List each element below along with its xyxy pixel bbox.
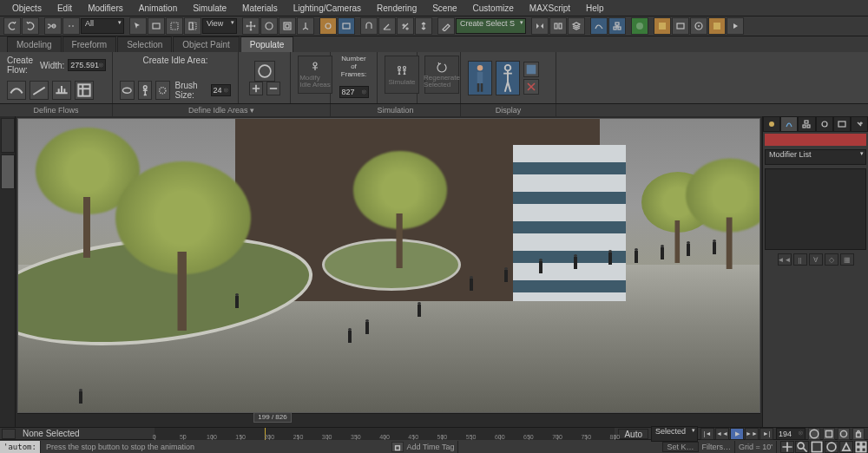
menu-modifiers[interactable]: Modifiers — [81, 2, 130, 15]
display-stick-icon[interactable] — [496, 61, 520, 95]
regenerate-button[interactable]: Regenerate Selected — [424, 56, 459, 94]
tab-freeform[interactable]: Freeform — [62, 36, 117, 52]
maxscript-listener[interactable]: 'autom: — [0, 441, 41, 453]
undo-icon[interactable] — [3, 17, 21, 35]
render-production-icon[interactable] — [690, 17, 707, 35]
zoom-extents-icon[interactable] — [810, 441, 824, 453]
lock-ui-icon[interactable] — [391, 442, 404, 452]
menu-animation[interactable]: Animation — [132, 2, 184, 15]
material-editor-icon[interactable] — [631, 17, 648, 35]
play-icon[interactable]: ▶ — [730, 428, 744, 440]
keyboard-shortcut-icon[interactable] — [338, 17, 355, 35]
curve-editor-icon[interactable] — [590, 17, 608, 35]
track-ruler[interactable]: 0501001502002503003504004505005506006507… — [155, 428, 615, 440]
goto-end-icon[interactable]: ►| — [760, 428, 773, 440]
select-region-icon[interactable] — [166, 17, 183, 35]
remove-idle-icon[interactable] — [266, 82, 280, 95]
modify-idle-button[interactable]: Modify Idle Areas — [298, 56, 332, 94]
time-config-icon[interactable] — [808, 428, 820, 440]
maximize-viewport-icon[interactable] — [854, 441, 868, 453]
mini-curve-editor-icon[interactable] — [2, 429, 16, 439]
idle-brush-icon[interactable] — [155, 81, 170, 100]
current-frame-spinner[interactable]: 194 — [776, 428, 806, 440]
window-crossing-icon[interactable] — [184, 17, 201, 35]
named-selection-dropdown[interactable]: Create Select S — [456, 18, 526, 34]
render-iterative-icon[interactable] — [708, 17, 726, 35]
flow-tool-icon[interactable] — [7, 81, 26, 100]
spinner-snap-icon[interactable] — [415, 17, 432, 35]
flow-surface-icon[interactable] — [52, 81, 71, 100]
key-filters-link[interactable]: Filters… — [699, 441, 736, 453]
edit-named-sel-icon[interactable] — [437, 17, 455, 35]
tab-object-paint[interactable]: Object Paint — [173, 36, 239, 52]
frame-indicator[interactable]: 199 / 826 — [253, 412, 292, 423]
grid-setting[interactable]: Grid = 10' — [735, 441, 777, 453]
tab-modeling[interactable]: Modeling — [7, 36, 62, 52]
unlink-icon[interactable] — [62, 17, 80, 35]
tab-selection[interactable]: Selection — [117, 36, 172, 52]
link-icon[interactable] — [44, 17, 62, 35]
snap-toggle-icon[interactable] — [360, 17, 378, 35]
utilities-tab-icon[interactable] — [851, 116, 868, 132]
menu-help[interactable]: Help — [579, 2, 611, 15]
select-name-icon[interactable] — [148, 17, 165, 35]
angle-snap-icon[interactable] — [378, 17, 396, 35]
menu-edit[interactable]: Edit — [50, 2, 79, 15]
select-icon[interactable] — [129, 17, 147, 35]
prev-frame-icon[interactable]: ◄◄ — [715, 428, 729, 440]
menu-materials[interactable]: Materials — [235, 2, 285, 15]
render-frame-icon[interactable] — [672, 17, 689, 35]
add-idle-icon[interactable] — [249, 82, 263, 95]
pin-stack-icon[interactable]: ◄◄ — [778, 253, 792, 266]
num-frames-spinner[interactable]: 827 — [339, 86, 369, 98]
display-tab-icon[interactable] — [833, 116, 851, 132]
idle-person-icon[interactable] — [138, 81, 153, 100]
selection-lock-icon[interactable] — [852, 428, 865, 440]
selection-filter-dropdown[interactable]: All — [81, 18, 124, 34]
configure-sets-icon[interactable]: ▦ — [840, 253, 854, 266]
layers-icon[interactable] — [568, 17, 585, 35]
time-slider[interactable]: 199 / 826 — [17, 413, 760, 425]
modify-tab-icon[interactable] — [780, 116, 798, 132]
hierarchy-tab-icon[interactable] — [798, 116, 815, 132]
fov-icon[interactable] — [839, 441, 853, 453]
simulate-button[interactable]: Simulate — [385, 56, 419, 94]
placement-icon[interactable] — [297, 17, 314, 35]
display-textured-icon[interactable] — [523, 62, 539, 77]
modifier-stack[interactable] — [765, 168, 866, 250]
tab-populate[interactable]: Populate — [240, 36, 293, 52]
menu-maxscript[interactable]: MAXScript — [523, 2, 577, 15]
auto-key-button[interactable]: Auto — [618, 429, 648, 439]
viewport-tab-1[interactable] — [1, 118, 15, 153]
render-last-icon[interactable] — [727, 17, 744, 35]
viewport-tab-2[interactable] — [1, 154, 15, 189]
percent-snap-icon[interactable] — [397, 17, 414, 35]
schematic-view-icon[interactable] — [608, 17, 626, 35]
mirror-icon[interactable] — [531, 17, 549, 35]
brush-size-spinner[interactable]: 24 — [211, 84, 231, 96]
orbit-icon[interactable] — [825, 441, 838, 453]
set-key-button[interactable]: Set K… — [662, 442, 698, 452]
object-name-field[interactable] — [765, 134, 866, 146]
remove-modifier-icon[interactable]: ◇ — [825, 253, 838, 266]
width-spinner[interactable]: 275.591 — [68, 59, 106, 71]
move-icon[interactable] — [242, 17, 260, 35]
menu-simulate[interactable]: Simulate — [186, 2, 233, 15]
next-frame-icon[interactable]: ►► — [745, 428, 759, 440]
display-delete-icon[interactable] — [523, 79, 539, 95]
menu-rendering[interactable]: Rendering — [370, 2, 424, 15]
ref-coord-dropdown[interactable]: View — [202, 18, 237, 34]
isolate-icon[interactable] — [838, 428, 850, 440]
menu-lighting[interactable]: Lighting/Cameras — [286, 2, 368, 15]
add-time-tag[interactable]: Add Time Tag — [404, 441, 459, 453]
scale-icon[interactable] — [279, 17, 296, 35]
label-define-idle[interactable]: Define Idle Areas ▾ — [113, 104, 331, 116]
perspective-viewport[interactable] — [17, 118, 760, 413]
display-skin-icon[interactable] — [468, 61, 492, 95]
modifier-list-dropdown[interactable]: Modifier List — [765, 149, 866, 165]
goto-start-icon[interactable]: |◄ — [700, 428, 714, 440]
create-tab-icon[interactable] — [763, 116, 780, 132]
render-setup-icon[interactable] — [654, 17, 671, 35]
menu-objects[interactable]: Objects — [5, 2, 49, 15]
align-icon[interactable] — [549, 17, 567, 35]
